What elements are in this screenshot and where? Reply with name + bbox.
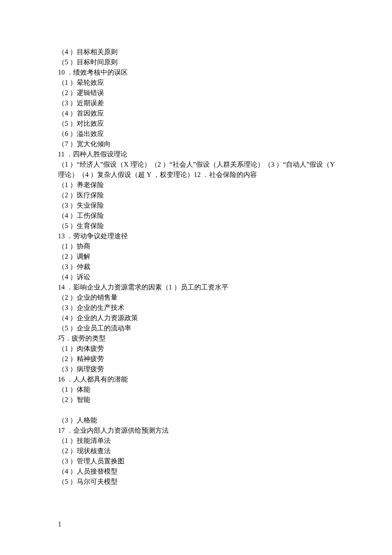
text-line: 巧．疲劳的类型 xyxy=(58,333,337,344)
text-line: （1 ）肉体疲劳 xyxy=(58,344,337,354)
paragraph-gap xyxy=(58,405,337,415)
text-line: （5 ）企业员工的流动率 xyxy=(58,323,337,333)
text-line: （4 ）企业的人力资源政策 xyxy=(58,313,337,323)
text-line: （3 ）近期误差 xyxy=(58,98,337,108)
text-line: （3 ）管理人员置换图 xyxy=(58,456,337,466)
text-line: 11 ．四种人胜假设理论 xyxy=(58,149,337,159)
text-line: （2 ）精神疲劳 xyxy=(58,354,337,364)
text-line: （7 ）宽大化倾向 xyxy=(58,139,337,149)
text-line: （5 ）生育保险 xyxy=(58,221,337,231)
text-line: （1 ）体能 xyxy=(58,384,337,395)
text-line: （5 ）目标时间原则 xyxy=(58,57,337,67)
text-line: （2 ）调解 xyxy=(58,251,337,262)
text-line: 10 ．绩效考核中的误区 xyxy=(58,67,337,78)
text-line: （4 ）诉讼 xyxy=(58,272,337,282)
text-line: （3 ）失业保险 xyxy=(58,200,337,211)
text-line: （2 ）智能 xyxy=(58,395,337,405)
text-line: （3 ）病理疲劳 xyxy=(58,364,337,374)
text-line: （2 ）现状核查法 xyxy=(58,446,337,456)
text-line: （3 ）企业的生产技术 xyxy=(58,303,337,313)
text-line: （4 ）首因效应 xyxy=(58,108,337,119)
page-number: 1 xyxy=(58,519,61,529)
text-body-continued: （3 ）人格能17 ．企业内部人力资源供给预测方法（1 ）技能清单法（2 ）现状… xyxy=(58,415,337,487)
text-line: （6 ）溢出效应 xyxy=(58,129,337,139)
text-line: （4 ）目标相关原则 xyxy=(58,47,337,57)
text-line: （1 ）晕轮效应 xyxy=(58,78,337,88)
text-line: 17 ．企业内部人力资源供给预测方法 xyxy=(58,425,337,436)
text-line: （3 ）仲裁 xyxy=(58,262,337,272)
text-line: （3 ）人格能 xyxy=(58,415,337,425)
text-line: （1 ）协商 xyxy=(58,241,337,251)
text-line: （2 ）企业的销售量 xyxy=(58,292,337,303)
text-line: （5 ）马尔可夫模型 xyxy=(58,477,337,487)
text-body: （4 ）目标相关原则（5 ）目标时间原则10 ．绩效考核中的误区（1 ）晕轮效应… xyxy=(58,47,337,405)
text-line: （1 ）“经济人”假设（X 理论）（2 ）“社会人”假设（人群关系理论）（3 ）… xyxy=(58,159,337,180)
text-line: （4 ）人员接替模型 xyxy=(58,466,337,477)
text-line: （1 ）技能清单法 xyxy=(58,436,337,446)
text-line: 16 ．人人都具有的潜能 xyxy=(58,374,337,384)
text-line: （4 ）工伤保险 xyxy=(58,211,337,221)
text-line: （1 ）养老保险 xyxy=(58,180,337,190)
document-page: （4 ）目标相关原则（5 ）目标时间原则10 ．绩效考核中的误区（1 ）晕轮效应… xyxy=(0,0,392,555)
text-line: 13 ．劳动争议处理途径 xyxy=(58,231,337,241)
text-line: （2 ）医疗保险 xyxy=(58,190,337,200)
text-line: （5 ）对比效应 xyxy=(58,119,337,129)
text-line: 14 ．影响企业人力资源需求的因素（1 ）员工的工资水平 xyxy=(58,282,337,292)
text-line: （2 ）逻辑错误 xyxy=(58,88,337,98)
